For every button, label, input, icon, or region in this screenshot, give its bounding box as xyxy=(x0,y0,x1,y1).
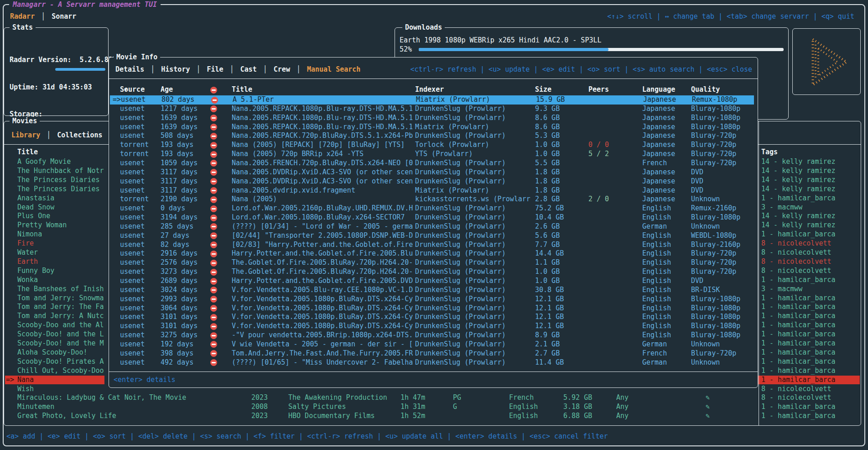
search-result-row[interactable]: usenet3194 daysLord.of.War.2005.1080p.Bl… xyxy=(109,213,758,222)
stats-panel-title: Stats xyxy=(10,23,36,31)
result-quality: Unknown xyxy=(691,195,720,204)
result-size: 11.4 GB xyxy=(535,358,564,367)
search-result-row[interactable]: usenet2689 daysHarry.Potter.and.the.Gobl… xyxy=(109,277,758,286)
search-result-row[interactable]: usenet492 days(????) [01/65] - "Miss Und… xyxy=(109,358,758,367)
result-language: German xyxy=(642,222,667,231)
movie-tag: 1 - hamilcar_barca xyxy=(761,357,836,366)
result-size: 8.6 GB xyxy=(535,114,560,123)
result-indexer: DrunkenSlug (Prowlarr) xyxy=(415,295,506,304)
tab-sonarr[interactable]: Sonarr xyxy=(52,12,76,21)
result-title: Lord.of.War.2005.1080p.BluRay.x264-SECTO… xyxy=(232,213,405,222)
library-row[interactable]: Minutemen2008Salty Pictures1h 31mGEnglis… xyxy=(4,403,861,412)
edit-pencil-icon[interactable]: ✎ xyxy=(706,393,710,403)
result-quality: Bluray-1080p xyxy=(691,322,740,331)
search-result-row[interactable]: usenet508 daysNana.2005.REPACK.720p.BluR… xyxy=(109,131,758,141)
result-title: (????) [01/34] - "Lord of War - 2005 - g… xyxy=(232,222,413,231)
search-result-row[interactable]: usenet3101 daysV.for.Vendetta.2005.1080p… xyxy=(109,322,758,331)
rejected-icon xyxy=(210,323,217,330)
result-indexer: DrunkenSlug (Prowlarr) xyxy=(415,304,506,313)
result-size: 1.0 GB xyxy=(535,277,560,286)
result-indexer: DrunkenSlug (Prowlarr) xyxy=(415,204,506,213)
tab-radarr[interactable]: Radarr xyxy=(10,12,35,21)
result-age: 802 days xyxy=(161,95,194,105)
search-result-row[interactable]: usenet3024 daysV.for.Vendetta.2005.Blu-r… xyxy=(109,286,758,295)
rejected-icon xyxy=(210,314,217,321)
movie-title: The Princess Diaries xyxy=(17,176,100,185)
search-result-row[interactable]: usenet3273 daysThe.Goblet.Of.Fire.2005.B… xyxy=(109,267,758,277)
result-source: usenet xyxy=(120,331,145,340)
search-result-row[interactable]: torrent193 daysNana (2005) 720p BRRip x2… xyxy=(109,150,758,159)
result-size: 12.1 GB xyxy=(535,304,564,313)
result-quality: Remux-2160p xyxy=(691,204,736,213)
rejected-icon xyxy=(210,296,217,303)
movie-title: Tom and Jerry: Snowma xyxy=(17,294,104,303)
edit-pencil-icon[interactable]: ✎ xyxy=(706,403,710,412)
movie-title: The Princess Diaries xyxy=(17,185,100,194)
rejected-icon xyxy=(210,215,217,221)
result-indexer: DrunkenSlug (Prowlarr) xyxy=(415,241,506,250)
search-result-row[interactable]: usenet3117 daysNana.2005.DVDRip.XviD.AC3… xyxy=(109,168,758,177)
result-language: English xyxy=(642,295,671,304)
search-result-row[interactable]: usenet3101 daysV.for.Vendetta.2005.1080p… xyxy=(109,313,758,322)
result-quality: DVD xyxy=(691,177,703,186)
search-result-row[interactable]: usenet0 daysLord.of.War.2005.2160p.BluRa… xyxy=(109,204,758,213)
movie-title: Scooby-Doo and the Al xyxy=(17,321,104,330)
result-age: 1639 days xyxy=(161,123,198,132)
result-title: Nana.2005.DVDRip.XviD.AC3-SVO (or other … xyxy=(232,177,413,186)
result-size: 1.8 GB xyxy=(535,168,560,177)
result-size: 8.6 GB xyxy=(535,123,560,132)
search-result-row[interactable]: usenet2916 daysHarry.Potter.and.the.Gobl… xyxy=(109,249,758,258)
rejected-icon xyxy=(210,133,217,140)
search-result-row[interactable]: torrent2190 daysNana (2005)kickasstorren… xyxy=(109,195,758,204)
radarr-version: Radarr Version: 5.2.6.8376 xyxy=(10,56,105,65)
search-result-row[interactable]: usenet2576 daysThe.Goblet.Of.Fire.2005.B… xyxy=(109,258,758,267)
search-result-row[interactable]: usenet398 daysTom.And.Jerry.The.Fast.And… xyxy=(109,349,758,358)
result-size: 2.8 GB xyxy=(535,195,560,204)
search-result-row[interactable]: =>usenet802 daysA 5.1-PTerMiatrix (Prowl… xyxy=(110,95,754,105)
library-row[interactable]: Great Photo, Lovely Life2023HBO Document… xyxy=(4,412,861,421)
rejected-icon xyxy=(210,124,217,131)
movie-size: 5.92 GB xyxy=(563,393,592,403)
movie-title: Anastasia xyxy=(17,194,54,203)
search-result-row[interactable]: usenet3275 days-"V pour vendetta.2005.BR… xyxy=(109,331,758,340)
search-result-row[interactable]: usenet285 days(????) [01/34] - "Lord of … xyxy=(109,222,758,231)
result-source: usenet xyxy=(120,349,145,358)
result-language: English xyxy=(642,249,671,258)
movie-tag: 14 - kelly ramirez xyxy=(761,167,836,176)
search-result-row[interactable]: usenet1059 daysNana.2005.FRENCH.720p.Blu… xyxy=(109,159,758,168)
rejected-icon xyxy=(210,232,217,239)
result-language: English xyxy=(642,204,671,213)
result-source: usenet xyxy=(120,186,145,195)
edit-pencil-icon[interactable]: ✎ xyxy=(706,412,710,421)
search-result-row[interactable]: usenet3117 daysnana.2005.dvdrip.xvid.fra… xyxy=(109,186,758,195)
movie-info-modal: Movie Info Details│History│File│Cast│Cre… xyxy=(109,57,758,388)
movie-title: Plus One xyxy=(17,212,50,221)
result-title: Harry.Potter.and.the.Goblet.of.Fire.2005… xyxy=(232,277,413,286)
search-result-row[interactable]: torrent193 daysNana (2005) [REPACK] [720… xyxy=(109,141,758,150)
search-result-row[interactable]: usenet192 daysV wie Vendetta - 2005 - ge… xyxy=(109,340,758,349)
result-language: Japanese xyxy=(642,114,675,123)
result-age: 492 days xyxy=(161,358,193,367)
movie-title: Chill Out, Scooby-Doo xyxy=(17,366,104,376)
search-result-row[interactable]: usenet2993 daysV.for.Vendetta.2005.1080p… xyxy=(109,295,758,304)
movie-year: 2023 xyxy=(251,412,268,421)
result-indexer: DrunkenSlug (Prowlarr) xyxy=(415,168,506,177)
search-result-row[interactable]: usenet3064 daysV.for.Vendetta.2005.1080p… xyxy=(109,304,758,313)
result-source: usenet xyxy=(120,159,145,168)
search-result-row[interactable]: usenet27 days[02/44] "Transporter 2.2005… xyxy=(109,231,758,241)
search-result-row[interactable]: usenet3117 daysNana.2005.DVDRip.XviD.AC3… xyxy=(109,177,758,186)
result-quality: Bluray-720p xyxy=(691,159,736,168)
result-source: usenet xyxy=(120,123,145,132)
search-result-row[interactable]: usenet1639 daysNana.2005.REPACK.1080p.Bl… xyxy=(109,123,758,132)
result-indexer: DrunkenSlug (Prowlarr) xyxy=(415,267,506,277)
search-result-row[interactable]: usenet1639 daysNana.2005.REPACK.1080p.Bl… xyxy=(109,114,758,123)
search-result-row[interactable]: usenet82 days[02/83] "Harry.Potter.and.t… xyxy=(109,241,758,250)
movie-certification: G xyxy=(453,403,457,412)
result-title: Nana (2005) 720p BRRip x264 -YTS xyxy=(232,150,364,159)
library-row[interactable]: Miraculous: Ladybug & Cat Noir, The Movi… xyxy=(4,393,861,403)
result-title: V.for.Vendetta.2005.Blu-ray.CEE.1080p.VC… xyxy=(232,286,413,295)
result-title: V.for.Vendetta.2005.1080p.BluRay.DTS.x26… xyxy=(232,313,413,322)
result-size: 30.8 GB xyxy=(535,286,564,295)
search-result-row[interactable]: usenet1217 daysNana.2005.REPACK.1080p.Bl… xyxy=(109,105,758,114)
result-source: usenet xyxy=(120,286,145,295)
